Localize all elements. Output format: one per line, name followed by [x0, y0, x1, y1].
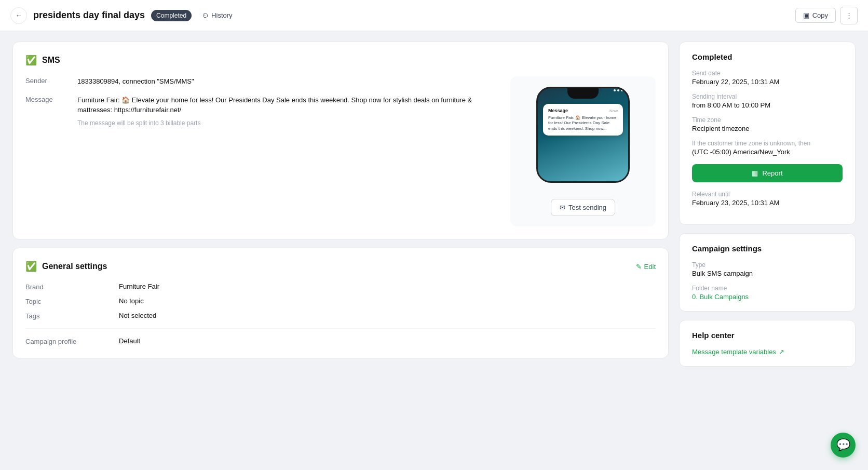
envelope-icon: ✉ — [560, 204, 565, 211]
campaign-settings-card: Campaign settings Type Bulk SMS campaign… — [679, 233, 856, 312]
signal-icon — [614, 89, 616, 91]
message-content: Furniture Fair: 🏠 Elevate your home for … — [77, 95, 500, 127]
folder-label: Folder name — [692, 285, 843, 292]
battery-icon — [621, 89, 623, 91]
topic-label: Topic — [25, 297, 119, 305]
check-circle-icon: ✅ — [25, 55, 37, 66]
fallback-value: (UTC -05:00) America/New_York — [692, 148, 843, 156]
type-value: Bulk SMS campaign — [692, 270, 843, 277]
phone-body: Message Now Furniture Fair: 🏠 Elevate yo… — [536, 87, 630, 183]
settings-grid: Brand Furniture Fair Topic No topic Tags… — [25, 283, 656, 345]
page-body: ✅ SMS Sender 18333809894, connection "SM… — [0, 31, 868, 377]
edit-icon: ✎ — [636, 263, 642, 271]
header-left: ← presidents day final days Completed ⏲ … — [10, 7, 795, 24]
timezone-label: Time zone — [692, 116, 843, 124]
tags-label: Tags — [25, 312, 119, 320]
header-actions: ▣ Copy ⋮ — [795, 7, 858, 24]
more-button[interactable]: ⋮ — [840, 7, 858, 24]
sms-card: ✅ SMS Sender 18333809894, connection "SM… — [12, 42, 669, 239]
fallback-timezone-row: If the customer time zone is unknown, th… — [692, 140, 843, 156]
brand-value: Furniture Fair — [119, 283, 656, 291]
bubble-text: Furniture Fair: 🏠 Elevate your home for … — [548, 115, 618, 131]
help-link[interactable]: Message template variables ↗ — [692, 348, 843, 356]
history-icon: ⏲ — [202, 11, 209, 19]
message-label: Message — [25, 95, 77, 127]
more-icon: ⋮ — [846, 11, 852, 19]
timezone-row: Time zone Recipient timezone — [692, 116, 843, 132]
report-label: Report — [762, 169, 782, 177]
campaign-settings-title: Campaign settings — [692, 244, 843, 253]
back-icon: ← — [15, 11, 22, 19]
history-button[interactable]: ⏲ History — [198, 9, 236, 21]
edit-label: Edit — [644, 263, 656, 271]
signal-icon2 — [617, 89, 619, 91]
fallback-label: If the customer time zone is unknown, th… — [692, 140, 843, 147]
status-bar — [614, 89, 623, 91]
help-link-label: Message template variables — [692, 348, 776, 356]
app-header: ← presidents day final days Completed ⏲ … — [0, 0, 868, 31]
settings-divider — [25, 328, 656, 329]
report-button[interactable]: ▦ Report — [692, 164, 843, 182]
campaign-profile-label: Campaign profile — [25, 337, 119, 345]
sms-section-title: SMS — [42, 56, 60, 65]
relevant-until-row: Relevant until February 23, 2025, 10:31 … — [692, 191, 843, 207]
test-sending-button[interactable]: ✉ Test sending — [551, 199, 615, 216]
relevant-until-label: Relevant until — [692, 191, 843, 198]
sending-interval-value: from 8:00 AM to 10:00 PM — [692, 101, 843, 109]
sending-interval-row: Sending interval from 8:00 AM to 10:00 P… — [692, 93, 843, 109]
main-column: ✅ SMS Sender 18333809894, connection "SM… — [12, 42, 669, 367]
folder-value: 0. Bulk Campaigns — [692, 293, 843, 301]
brand-label: Brand — [25, 283, 119, 291]
sidebar: Completed Send date February 22, 2025, 1… — [679, 42, 856, 367]
sms-card-header: ✅ SMS — [25, 55, 656, 66]
timezone-value: Recipient timezone — [692, 125, 843, 132]
tags-value: Not selected — [119, 312, 656, 320]
sender-field: Sender 18333809894, connection "SMS/MMS" — [25, 76, 500, 87]
sending-interval-label: Sending interval — [692, 93, 843, 100]
back-button[interactable]: ← — [10, 7, 27, 24]
send-date-row: Send date February 22, 2025, 10:31 AM — [692, 70, 843, 86]
bubble-time: Now — [609, 109, 618, 113]
status-badge: Completed — [151, 10, 192, 21]
phone-notch — [567, 88, 599, 99]
message-bubble: Message Now Furniture Fair: 🏠 Elevate yo… — [543, 104, 623, 136]
copy-label: Copy — [812, 11, 828, 19]
external-link-icon: ↗ — [779, 348, 784, 356]
message-value: Furniture Fair: 🏠 Elevate your home for … — [77, 95, 500, 115]
completed-card-title: Completed — [692, 52, 843, 61]
settings-title: General settings — [42, 262, 107, 271]
settings-header: ✅ General settings ✎ Edit — [25, 261, 656, 272]
edit-button[interactable]: ✎ Edit — [636, 263, 656, 271]
bubble-sender: Message — [548, 108, 568, 113]
send-date-value: February 22, 2025, 10:31 AM — [692, 78, 843, 86]
relevant-until-value: February 23, 2025, 10:31 AM — [692, 199, 843, 207]
sender-value: 18333809894, connection "SMS/MMS" — [77, 76, 194, 87]
copy-icon: ▣ — [803, 11, 809, 19]
page-title: presidents day final days — [33, 10, 145, 21]
history-label: History — [211, 11, 232, 19]
type-label: Type — [692, 261, 843, 268]
copy-button[interactable]: ▣ Copy — [795, 8, 836, 23]
sender-label: Sender — [25, 76, 77, 87]
bubble-header: Message Now — [548, 108, 618, 113]
sms-content: Sender 18333809894, connection "SMS/MMS"… — [25, 76, 656, 226]
sms-details: Sender 18333809894, connection "SMS/MMS"… — [25, 76, 500, 226]
topic-value: No topic — [119, 297, 656, 305]
campaign-profile-value: Default — [119, 337, 656, 345]
completed-info-card: Completed Send date February 22, 2025, 1… — [679, 42, 856, 225]
message-field: Message Furniture Fair: 🏠 Elevate your h… — [25, 95, 500, 127]
settings-header-left: ✅ General settings — [25, 261, 107, 272]
help-center-title: Help center — [692, 331, 843, 340]
help-center-card: Help center Message template variables ↗ — [679, 320, 856, 367]
phone-mockup: Message Now Furniture Fair: 🏠 Elevate yo… — [531, 87, 635, 191]
general-settings-card: ✅ General settings ✎ Edit Brand Furnitur… — [12, 248, 669, 358]
settings-check-icon: ✅ — [25, 261, 37, 272]
message-note: The message will be split into 3 billabl… — [77, 119, 500, 127]
chart-icon: ▦ — [752, 169, 758, 177]
phone-preview-area: Message Now Furniture Fair: 🏠 Elevate yo… — [510, 76, 656, 226]
test-sending-label: Test sending — [568, 204, 606, 211]
send-date-label: Send date — [692, 70, 843, 77]
